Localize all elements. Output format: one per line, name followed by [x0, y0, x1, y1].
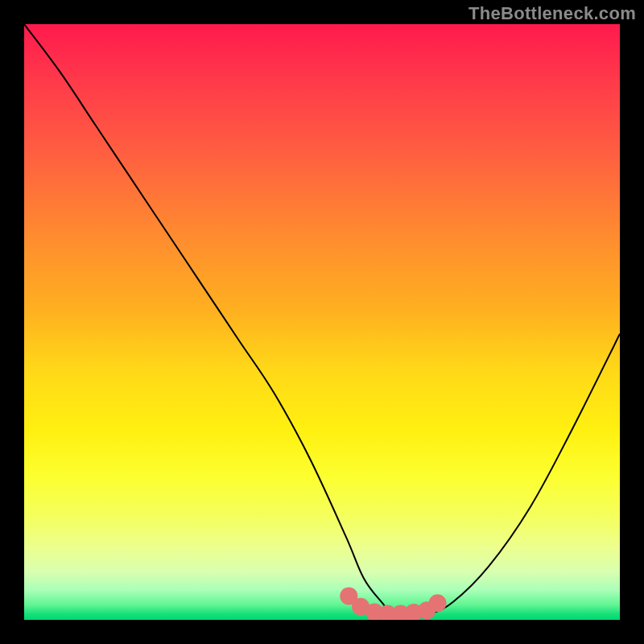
- watermark-text: TheBottleneck.com: [469, 3, 636, 24]
- bottleneck-curve-path: [24, 24, 620, 615]
- optimal-range-dots: [340, 587, 446, 620]
- optimal-dot: [429, 594, 447, 612]
- chart-frame: TheBottleneck.com: [0, 0, 644, 644]
- chart-plot-area: [24, 24, 620, 620]
- bottleneck-curve: [24, 24, 620, 615]
- chart-svg: [24, 24, 620, 620]
